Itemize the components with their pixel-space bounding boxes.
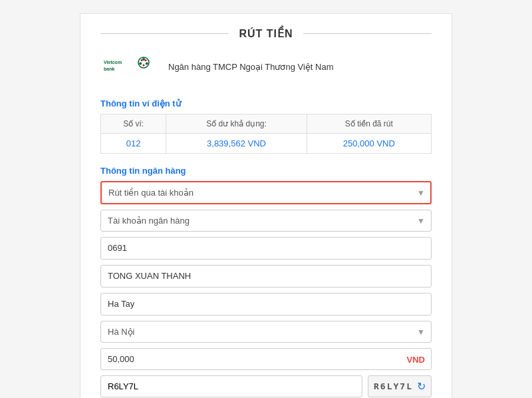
title-line-right: [303, 33, 432, 34]
col-so-vi: Số ví:: [101, 114, 166, 134]
svg-point-3: [142, 58, 145, 61]
captcha-input[interactable]: [100, 375, 362, 397]
page-title: RÚT TIỀN: [229, 27, 303, 40]
wallet-so-du: 3,839,562 VND: [166, 134, 307, 154]
svg-point-7: [141, 59, 143, 61]
col-da-rut: Số tiền đã rút: [307, 114, 431, 134]
account-name-field: TONG XUAN THANH: [100, 265, 432, 288]
account-select[interactable]: Tài khoản ngân hàng: [100, 210, 432, 232]
wallet-row: 012 3,839,562 VND 250,000 VND: [101, 134, 432, 154]
currency-label: VND: [407, 354, 425, 364]
page-title-area: RÚT TIỀN: [100, 27, 432, 40]
province-select-wrapper[interactable]: Hà Nội ▼: [100, 321, 432, 343]
province-select[interactable]: Hà Nội: [100, 321, 432, 343]
account-select-wrapper[interactable]: Tài khoản ngân hàng ▼: [100, 210, 432, 232]
captcha-wrapper: R6LY7L ↻: [100, 375, 432, 397]
bank-section-title: Thông tin ngân hàng: [100, 166, 432, 176]
bank-full-name: Ngân hàng TMCP Ngoại Thương Việt Nam: [168, 62, 334, 72]
main-container: RÚT TIỀN Vietcom bank Ngân h: [80, 13, 452, 398]
method-select-wrapper[interactable]: Rút tiền qua tài khoản ▼: [100, 181, 432, 204]
title-line-left: [100, 33, 229, 34]
svg-text:Vietcom: Vietcom: [104, 60, 122, 65]
svg-text:bank: bank: [104, 67, 114, 71]
captcha-image-box: R6LY7L ↻: [368, 375, 432, 397]
svg-point-6: [145, 59, 147, 61]
branch-field: Ha Tay: [100, 293, 432, 315]
wallet-table: Số ví: Số dư khả dụng: Số tiền đã rút 01…: [100, 114, 432, 154]
bank-info-section: Thông tin ngân hàng Rút tiền qua tài kho…: [100, 166, 432, 398]
bank-logo-area: Vietcom bank Ngân hàng TMCP Ngoại Thương…: [100, 53, 432, 87]
captcha-refresh-icon[interactable]: ↻: [417, 380, 426, 393]
svg-point-5: [139, 63, 142, 65]
account-number-field: 0691: [100, 237, 432, 260]
wallet-da-rut: 250,000 VND: [307, 134, 431, 154]
wallet-so-vi: 012: [101, 134, 166, 154]
method-select[interactable]: Rút tiền qua tài khoản: [100, 181, 432, 204]
svg-point-4: [146, 63, 148, 65]
col-so-du: Số dư khả dụng:: [166, 114, 307, 134]
wallet-section-title: Thông tin ví điện tử: [100, 99, 432, 108]
amount-input[interactable]: [100, 348, 432, 370]
bank-logo: Vietcom bank: [100, 53, 160, 80]
amount-field-wrapper: VND: [100, 348, 432, 370]
captcha-display-text: R6LY7L: [374, 381, 413, 391]
wallet-section: Thông tin ví điện tử Số ví: Số dư khả dụ…: [100, 99, 432, 154]
vietcombank-svg-logo: Vietcom bank: [104, 55, 157, 79]
svg-point-8: [143, 65, 145, 67]
